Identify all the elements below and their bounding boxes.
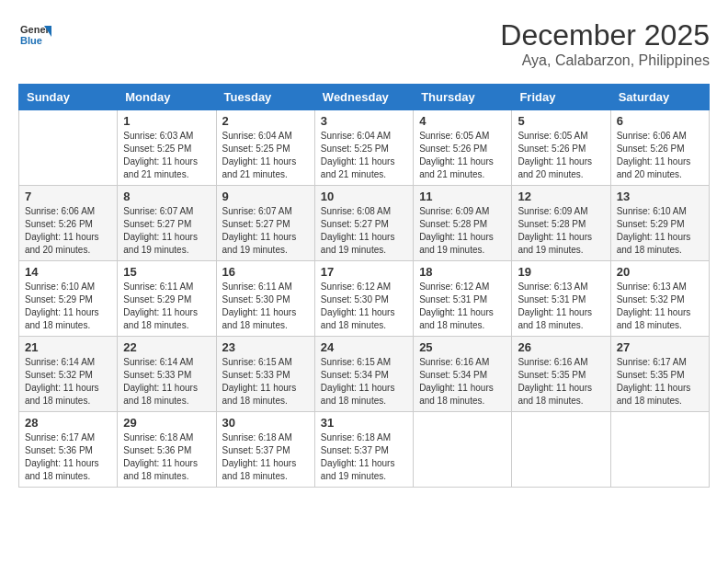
day-number: 6 xyxy=(617,114,703,128)
day-cell: 22Sunrise: 6:14 AM Sunset: 5:33 PM Dayli… xyxy=(118,337,216,412)
day-cell xyxy=(19,110,118,186)
day-cell: 24Sunrise: 6:15 AM Sunset: 5:34 PM Dayli… xyxy=(314,337,413,412)
day-number: 21 xyxy=(25,340,111,354)
day-cell: 25Sunrise: 6:16 AM Sunset: 5:34 PM Dayli… xyxy=(414,337,512,412)
day-cell: 10Sunrise: 6:08 AM Sunset: 5:27 PM Dayli… xyxy=(314,186,413,261)
day-cell: 7Sunrise: 6:06 AM Sunset: 5:26 PM Daylig… xyxy=(19,186,118,261)
day-number: 29 xyxy=(123,416,210,430)
col-header-wednesday: Wednesday xyxy=(314,85,413,110)
day-info: Sunrise: 6:09 AM Sunset: 5:28 PM Dayligh… xyxy=(518,205,604,257)
col-header-tuesday: Tuesday xyxy=(216,85,314,110)
day-cell: 9Sunrise: 6:07 AM Sunset: 5:27 PM Daylig… xyxy=(216,186,314,261)
day-cell: 21Sunrise: 6:14 AM Sunset: 5:32 PM Dayli… xyxy=(19,337,118,412)
day-number: 28 xyxy=(25,416,111,430)
week-row-4: 21Sunrise: 6:14 AM Sunset: 5:32 PM Dayli… xyxy=(19,337,710,412)
logo: General Blue xyxy=(18,18,51,52)
day-info: Sunrise: 6:13 AM Sunset: 5:31 PM Dayligh… xyxy=(518,281,604,332)
day-info: Sunrise: 6:13 AM Sunset: 5:32 PM Dayligh… xyxy=(617,281,703,332)
title-area: December 2025 Aya, Calabarzon, Philippin… xyxy=(500,18,710,69)
day-cell xyxy=(610,412,709,488)
day-cell: 30Sunrise: 6:18 AM Sunset: 5:37 PM Dayli… xyxy=(216,412,314,488)
day-number: 24 xyxy=(321,340,407,354)
day-cell: 2Sunrise: 6:04 AM Sunset: 5:25 PM Daylig… xyxy=(216,110,314,186)
day-cell xyxy=(414,412,512,488)
page-header: General Blue December 2025 Aya, Calabarz… xyxy=(18,18,710,69)
calendar-table: SundayMondayTuesdayWednesdayThursdayFrid… xyxy=(18,84,710,488)
day-info: Sunrise: 6:14 AM Sunset: 5:33 PM Dayligh… xyxy=(123,356,210,408)
day-info: Sunrise: 6:06 AM Sunset: 5:26 PM Dayligh… xyxy=(25,205,111,257)
day-info: Sunrise: 6:10 AM Sunset: 5:29 PM Dayligh… xyxy=(25,281,111,332)
day-info: Sunrise: 6:18 AM Sunset: 5:37 PM Dayligh… xyxy=(222,431,309,483)
day-info: Sunrise: 6:16 AM Sunset: 5:34 PM Dayligh… xyxy=(419,356,506,408)
day-number: 31 xyxy=(321,416,407,430)
day-cell: 23Sunrise: 6:15 AM Sunset: 5:33 PM Dayli… xyxy=(216,337,314,412)
day-cell: 29Sunrise: 6:18 AM Sunset: 5:36 PM Dayli… xyxy=(118,412,216,488)
day-number: 20 xyxy=(617,265,703,279)
day-cell: 20Sunrise: 6:13 AM Sunset: 5:32 PM Dayli… xyxy=(610,261,709,337)
day-cell: 14Sunrise: 6:10 AM Sunset: 5:29 PM Dayli… xyxy=(19,261,118,337)
day-cell: 19Sunrise: 6:13 AM Sunset: 5:31 PM Dayli… xyxy=(512,261,610,337)
day-info: Sunrise: 6:11 AM Sunset: 5:30 PM Dayligh… xyxy=(222,281,309,332)
day-info: Sunrise: 6:14 AM Sunset: 5:32 PM Dayligh… xyxy=(25,356,111,408)
day-cell: 1Sunrise: 6:03 AM Sunset: 5:25 PM Daylig… xyxy=(118,110,216,186)
day-info: Sunrise: 6:03 AM Sunset: 5:25 PM Dayligh… xyxy=(123,130,210,181)
day-cell xyxy=(512,412,610,488)
day-info: Sunrise: 6:07 AM Sunset: 5:27 PM Dayligh… xyxy=(222,205,309,257)
day-cell: 18Sunrise: 6:12 AM Sunset: 5:31 PM Dayli… xyxy=(414,261,512,337)
col-header-thursday: Thursday xyxy=(414,85,512,110)
col-header-saturday: Saturday xyxy=(610,85,709,110)
day-number: 17 xyxy=(321,265,407,279)
day-info: Sunrise: 6:17 AM Sunset: 5:36 PM Dayligh… xyxy=(25,431,111,483)
day-number: 25 xyxy=(419,340,506,354)
day-number: 2 xyxy=(222,114,309,128)
day-number: 11 xyxy=(419,190,506,203)
day-cell: 31Sunrise: 6:18 AM Sunset: 5:37 PM Dayli… xyxy=(314,412,413,488)
day-info: Sunrise: 6:09 AM Sunset: 5:28 PM Dayligh… xyxy=(419,205,506,257)
day-info: Sunrise: 6:05 AM Sunset: 5:26 PM Dayligh… xyxy=(518,130,604,181)
day-info: Sunrise: 6:07 AM Sunset: 5:27 PM Dayligh… xyxy=(123,205,210,257)
day-info: Sunrise: 6:16 AM Sunset: 5:35 PM Dayligh… xyxy=(518,356,604,408)
day-number: 30 xyxy=(222,416,309,430)
day-info: Sunrise: 6:17 AM Sunset: 5:35 PM Dayligh… xyxy=(617,356,703,408)
location-title: Aya, Calabarzon, Philippines xyxy=(500,52,710,69)
week-row-3: 14Sunrise: 6:10 AM Sunset: 5:29 PM Dayli… xyxy=(19,261,710,337)
day-cell: 3Sunrise: 6:04 AM Sunset: 5:25 PM Daylig… xyxy=(314,110,413,186)
day-number: 13 xyxy=(617,190,703,203)
logo-icon: General Blue xyxy=(18,18,51,52)
day-number: 15 xyxy=(123,265,210,279)
day-cell: 26Sunrise: 6:16 AM Sunset: 5:35 PM Dayli… xyxy=(512,337,610,412)
week-row-1: 1Sunrise: 6:03 AM Sunset: 5:25 PM Daylig… xyxy=(19,110,710,186)
col-header-sunday: Sunday xyxy=(19,85,118,110)
day-number: 22 xyxy=(123,340,210,354)
day-info: Sunrise: 6:15 AM Sunset: 5:34 PM Dayligh… xyxy=(321,356,407,408)
day-cell: 27Sunrise: 6:17 AM Sunset: 5:35 PM Dayli… xyxy=(610,337,709,412)
day-number: 14 xyxy=(25,265,111,279)
day-info: Sunrise: 6:11 AM Sunset: 5:29 PM Dayligh… xyxy=(123,281,210,332)
day-number: 19 xyxy=(518,265,604,279)
svg-text:Blue: Blue xyxy=(20,35,42,46)
calendar-header-row: SundayMondayTuesdayWednesdayThursdayFrid… xyxy=(19,85,710,110)
week-row-5: 28Sunrise: 6:17 AM Sunset: 5:36 PM Dayli… xyxy=(19,412,710,488)
day-info: Sunrise: 6:04 AM Sunset: 5:25 PM Dayligh… xyxy=(222,130,309,181)
day-info: Sunrise: 6:08 AM Sunset: 5:27 PM Dayligh… xyxy=(321,205,407,257)
day-number: 23 xyxy=(222,340,309,354)
day-number: 26 xyxy=(518,340,604,354)
day-number: 18 xyxy=(419,265,506,279)
col-header-monday: Monday xyxy=(118,85,216,110)
week-row-2: 7Sunrise: 6:06 AM Sunset: 5:26 PM Daylig… xyxy=(19,186,710,261)
day-cell: 8Sunrise: 6:07 AM Sunset: 5:27 PM Daylig… xyxy=(118,186,216,261)
day-number: 3 xyxy=(321,114,407,128)
month-title: December 2025 xyxy=(500,18,710,52)
day-cell: 11Sunrise: 6:09 AM Sunset: 5:28 PM Dayli… xyxy=(414,186,512,261)
day-info: Sunrise: 6:06 AM Sunset: 5:26 PM Dayligh… xyxy=(617,130,703,181)
day-cell: 6Sunrise: 6:06 AM Sunset: 5:26 PM Daylig… xyxy=(610,110,709,186)
day-cell: 5Sunrise: 6:05 AM Sunset: 5:26 PM Daylig… xyxy=(512,110,610,186)
day-cell: 13Sunrise: 6:10 AM Sunset: 5:29 PM Dayli… xyxy=(610,186,709,261)
day-info: Sunrise: 6:05 AM Sunset: 5:26 PM Dayligh… xyxy=(419,130,506,181)
day-cell: 16Sunrise: 6:11 AM Sunset: 5:30 PM Dayli… xyxy=(216,261,314,337)
day-cell: 4Sunrise: 6:05 AM Sunset: 5:26 PM Daylig… xyxy=(414,110,512,186)
day-number: 4 xyxy=(419,114,506,128)
day-number: 7 xyxy=(25,190,111,203)
day-number: 12 xyxy=(518,190,604,203)
day-info: Sunrise: 6:04 AM Sunset: 5:25 PM Dayligh… xyxy=(321,130,407,181)
